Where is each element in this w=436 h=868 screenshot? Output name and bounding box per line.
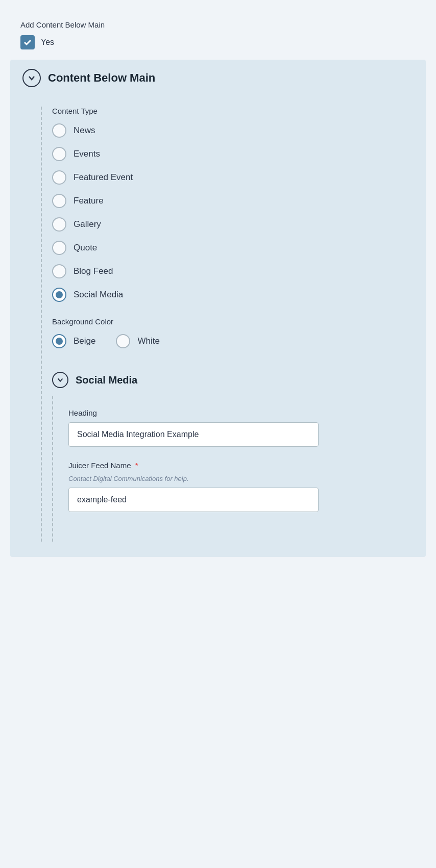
social-media-collapsible: Social Media	[42, 364, 405, 396]
radio-gallery-button[interactable]	[52, 217, 66, 232]
radio-blog-feed-label: Blog Feed	[74, 266, 113, 276]
radio-quote[interactable]: Quote	[52, 241, 405, 255]
radio-white[interactable]: White	[116, 334, 159, 348]
content-type-radio-group: News Events Featured Event Feature	[52, 123, 405, 302]
background-color-label: Background Color	[52, 317, 405, 326]
radio-feature[interactable]: Feature	[52, 194, 405, 208]
radio-news[interactable]: News	[52, 123, 405, 138]
social-media-collapse-icon	[52, 372, 68, 388]
content-below-main-content: Content Type News Events Featured Event	[10, 96, 426, 557]
radio-news-label: News	[74, 125, 95, 136]
juicer-feed-input[interactable]	[68, 488, 319, 512]
radio-gallery[interactable]: Gallery	[52, 217, 405, 232]
add-content-section: Add Content Below Main Yes	[10, 15, 426, 60]
radio-featured-event-label: Featured Event	[74, 172, 133, 183]
radio-white-label: White	[137, 336, 159, 346]
collapse-icon	[22, 69, 41, 87]
radio-events[interactable]: Events	[52, 147, 405, 161]
background-color-section: Background Color Beige White	[52, 317, 405, 348]
radio-featured-event-button[interactable]	[52, 170, 66, 185]
content-below-main-header[interactable]: Content Below Main	[10, 60, 426, 96]
checkbox-label: Yes	[41, 38, 54, 47]
radio-quote-button[interactable]	[52, 241, 66, 255]
radio-news-button[interactable]	[52, 123, 66, 138]
social-media-nested-section: Social Media Heading Juicer Feed Name	[42, 364, 405, 542]
radio-blog-feed[interactable]: Blog Feed	[52, 264, 405, 278]
radio-feature-button[interactable]	[52, 194, 66, 208]
radio-quote-label: Quote	[74, 243, 97, 253]
radio-beige-button[interactable]	[52, 334, 66, 348]
radio-white-button[interactable]	[116, 334, 130, 348]
heading-input[interactable]	[68, 422, 319, 447]
required-indicator: *	[135, 461, 138, 470]
radio-featured-event[interactable]: Featured Event	[52, 170, 405, 185]
juicer-feed-field: Juicer Feed Name * Contact Digital Commu…	[68, 461, 390, 512]
social-media-title: Social Media	[76, 374, 137, 386]
background-color-radio-group: Beige White	[52, 334, 405, 348]
add-content-label: Add Content Below Main	[20, 20, 416, 29]
radio-blog-feed-button[interactable]	[52, 264, 66, 278]
content-type-label: Content Type	[52, 107, 405, 115]
checkbox-row: Yes	[20, 35, 416, 49]
content-left-border: Content Type News Events Featured Event	[41, 107, 405, 542]
radio-feature-label: Feature	[74, 196, 104, 206]
add-content-checkbox[interactable]	[20, 35, 35, 49]
heading-field-label: Heading	[68, 409, 390, 417]
social-media-content: Heading Juicer Feed Name * Contact Digit…	[52, 396, 405, 542]
radio-social-media-label: Social Media	[74, 290, 123, 300]
radio-events-button[interactable]	[52, 147, 66, 161]
heading-field: Heading	[68, 409, 390, 447]
radio-social-media[interactable]: Social Media	[52, 288, 405, 302]
juicer-feed-hint: Contact Digital Communications for help.	[68, 475, 390, 482]
radio-beige[interactable]: Beige	[52, 334, 95, 348]
radio-events-label: Events	[74, 149, 100, 159]
radio-beige-label: Beige	[74, 336, 95, 346]
content-below-main-title: Content Below Main	[48, 71, 155, 85]
page-container: Add Content Below Main Yes Content Below…	[0, 15, 436, 557]
content-below-main-section: Content Below Main Content Type News Eve…	[10, 60, 426, 557]
juicer-feed-label: Juicer Feed Name *	[68, 461, 390, 470]
radio-social-media-button[interactable]	[52, 288, 66, 302]
social-media-header[interactable]: Social Media	[42, 364, 405, 396]
radio-gallery-label: Gallery	[74, 219, 101, 229]
